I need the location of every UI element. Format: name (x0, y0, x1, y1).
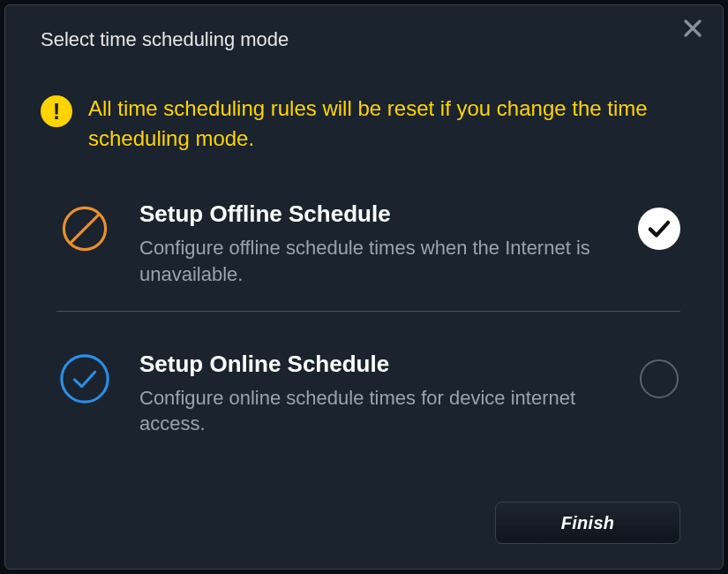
check-circle-icon (56, 351, 113, 407)
option-desc: Configure online schedule times for devi… (139, 385, 612, 437)
warning-icon: ! (41, 95, 72, 127)
dialog-title: Select time scheduling mode (41, 28, 687, 51)
option-body: Setup Online Schedule Configure online s… (139, 351, 612, 437)
option-divider (56, 311, 680, 312)
exclamation-icon: ! (53, 100, 61, 123)
finish-button[interactable]: Finish (495, 502, 680, 544)
svg-point-2 (62, 355, 108, 401)
warning-banner: ! All time scheduling rules will be rese… (41, 94, 687, 153)
svg-line-1 (70, 215, 99, 244)
option-offline-schedule[interactable]: Setup Offline Schedule Configure offline… (49, 188, 687, 310)
options-list: Setup Offline Schedule Configure offline… (41, 188, 687, 502)
close-button[interactable] (682, 18, 707, 42)
option-desc: Configure offline schedule times when th… (139, 235, 612, 287)
close-icon (682, 18, 703, 39)
dialog-footer: Finish (41, 502, 687, 544)
checkmark-icon (646, 215, 672, 242)
radio-unselected[interactable] (638, 358, 680, 400)
time-scheduling-dialog: Select time scheduling mode ! All time s… (4, 4, 724, 570)
warning-text: All time scheduling rules will be reset … (88, 94, 687, 153)
option-online-schedule[interactable]: Setup Online Schedule Configure online s… (49, 338, 687, 460)
option-title: Setup Online Schedule (139, 351, 612, 378)
radio-selected[interactable] (638, 208, 680, 250)
option-body: Setup Offline Schedule Configure offline… (139, 200, 612, 287)
option-title: Setup Offline Schedule (139, 200, 612, 228)
prohibit-icon (56, 200, 113, 257)
